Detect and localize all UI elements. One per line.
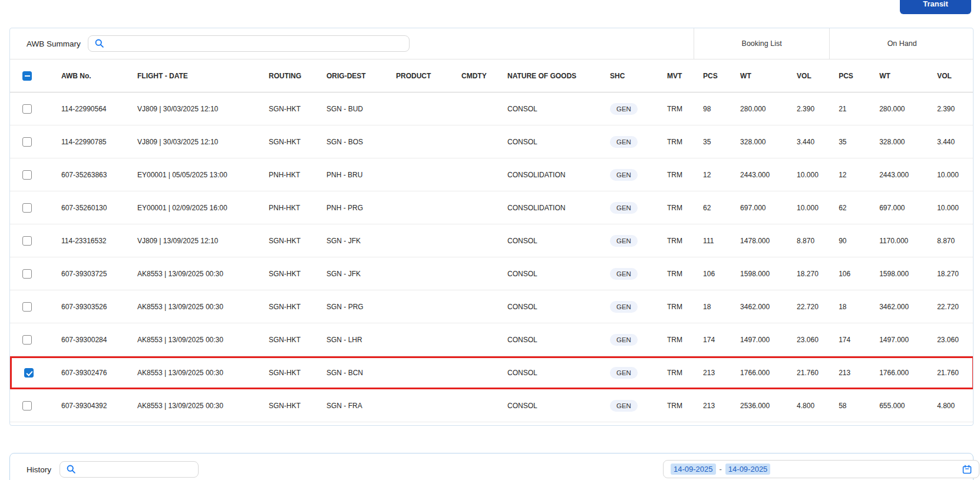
awb-summary-panel: AWB Summary Booking List On Hand AWB No.… (9, 28, 974, 426)
search-icon (94, 38, 104, 48)
cell-nature-of-goods: CONSOL (498, 290, 600, 323)
col-shc: SHC (600, 59, 658, 92)
cell-booking-vol: 4.800 (787, 389, 829, 422)
cell-booking-pcs: 213 (694, 356, 731, 389)
cell-booking-vol: 21.760 (787, 356, 829, 389)
shc-badge: GEN (610, 235, 638, 247)
select-all-checkbox[interactable] (22, 71, 32, 81)
shc-badge: GEN (610, 268, 638, 280)
col-nature-of-goods: NATURE OF GOODS (498, 59, 600, 92)
cell-booking-pcs: 111 (694, 224, 731, 257)
cell-booking-wt: 1598.000 (731, 257, 787, 290)
cell-booking-pcs: 12 (694, 158, 731, 191)
calendar-icon[interactable] (962, 465, 972, 474)
row-checkbox[interactable] (22, 269, 32, 279)
awb-summary-search-input[interactable] (88, 35, 410, 52)
cell-onhand-vol: 8.870 (928, 224, 974, 257)
row-checkbox[interactable] (24, 368, 34, 378)
cell-mvt: TRM (658, 356, 694, 389)
cell-onhand-wt: 280.000 (870, 92, 928, 125)
row-checkbox[interactable] (22, 236, 32, 246)
col-routing: ROUTING (259, 59, 317, 92)
cell-onhand-vol: 2.390 (928, 92, 974, 125)
cell-nature-of-goods: CONSOL (498, 257, 600, 290)
col-cmdty: CMDTY (452, 59, 498, 92)
cell-mvt: TRM (658, 92, 694, 125)
cell-onhand-pcs: 18 (829, 290, 870, 323)
cell-orig-dest: SGN - BUD (317, 92, 387, 125)
cell-onhand-vol: 3.440 (928, 125, 974, 158)
cell-routing: PNH-HKT (259, 191, 317, 224)
cell-onhand-vol: 23.060 (928, 323, 974, 356)
cell-routing: SGN-HKT (259, 290, 317, 323)
cell-booking-wt: 2443.000 (731, 158, 787, 191)
row-checkbox[interactable] (22, 137, 32, 147)
cell-nature-of-goods: CONSOL (498, 389, 600, 422)
cell-onhand-pcs: 21 (829, 92, 870, 125)
cell-orig-dest: SGN - PRG (317, 290, 387, 323)
table-row: 114-22990564 VJ809 | 30/03/2025 12:10 SG… (10, 92, 974, 125)
cell-booking-vol: 18.270 (787, 257, 829, 290)
date-separator: - (720, 465, 722, 474)
cell-orig-dest: SGN - BCN (317, 356, 387, 389)
row-checkbox[interactable] (22, 170, 32, 180)
table-column-header-row: AWB No. FLIGHT - DATE ROUTING ORIG-DEST … (10, 59, 974, 92)
shc-badge: GEN (610, 400, 638, 412)
cell-booking-pcs: 18 (694, 290, 731, 323)
cell-onhand-pcs: 62 (829, 191, 870, 224)
cell-booking-wt: 3462.000 (731, 290, 787, 323)
cell-nature-of-goods: CONSOL (498, 92, 600, 125)
cell-product (387, 191, 452, 224)
group-header-booking-list: Booking List (694, 28, 829, 59)
cell-flight-date: VJ809 | 30/03/2025 12:10 (128, 92, 259, 125)
cell-routing: SGN-HKT (259, 125, 317, 158)
cell-onhand-pcs: 35 (829, 125, 870, 158)
col-onhand-wt: WT (870, 59, 928, 92)
col-orig-dest: ORIG-DEST (317, 59, 387, 92)
row-checkbox[interactable] (22, 104, 32, 114)
transit-button[interactable]: Transit (900, 0, 971, 14)
cell-onhand-wt: 2443.000 (870, 158, 928, 191)
cell-product (387, 356, 452, 389)
group-header-on-hand: On Hand (829, 28, 974, 59)
cell-booking-vol: 2.390 (787, 92, 829, 125)
shc-badge: GEN (610, 301, 638, 313)
cell-flight-date: VJ809 | 30/03/2025 12:10 (128, 125, 259, 158)
cell-onhand-wt: 697.000 (870, 191, 928, 224)
cell-flight-date: AK8553 | 13/09/2025 00:30 (128, 389, 259, 422)
cell-booking-wt: 328.000 (731, 125, 787, 158)
shc-badge: GEN (610, 103, 638, 115)
cell-onhand-wt: 1497.000 (870, 323, 928, 356)
date-from[interactable]: 14-09-2025 (671, 464, 716, 475)
row-checkbox[interactable] (22, 302, 32, 312)
date-to[interactable]: 14-09-2025 (725, 464, 771, 475)
row-checkbox[interactable] (22, 203, 32, 213)
cell-booking-pcs: 213 (694, 389, 731, 422)
shc-badge: GEN (610, 334, 638, 346)
col-booking-wt: WT (731, 59, 787, 92)
cell-mvt: TRM (658, 257, 694, 290)
table-row: 607-39302476 AK8553 | 13/09/2025 00:30 S… (10, 356, 974, 389)
cell-nature-of-goods: CONSOLIDATION (498, 158, 600, 191)
cell-mvt: TRM (658, 323, 694, 356)
cell-onhand-vol: 10.000 (928, 191, 974, 224)
cell-booking-vol: 23.060 (787, 323, 829, 356)
cell-product (387, 323, 452, 356)
cell-routing: PNH-HKT (259, 158, 317, 191)
history-panel: History 14-09-2025 - 14-09-2025 (9, 453, 974, 480)
date-range-picker[interactable]: 14-09-2025 - 14-09-2025 (663, 460, 979, 478)
shc-badge: GEN (610, 136, 638, 148)
cell-cmdty (452, 224, 498, 257)
shc-badge: GEN (610, 367, 638, 379)
cell-onhand-pcs: 90 (829, 224, 870, 257)
cell-orig-dest: SGN - FRA (317, 389, 387, 422)
row-checkbox[interactable] (22, 335, 32, 345)
cell-awb-no: 114-22990785 (52, 125, 128, 158)
cell-booking-wt: 1478.000 (731, 224, 787, 257)
cell-flight-date: AK8553 | 13/09/2025 00:30 (128, 356, 259, 389)
cell-booking-pcs: 174 (694, 323, 731, 356)
row-checkbox[interactable] (22, 401, 32, 411)
cell-onhand-vol: 22.720 (928, 290, 974, 323)
history-search-input[interactable] (60, 461, 199, 478)
cell-cmdty (452, 158, 498, 191)
